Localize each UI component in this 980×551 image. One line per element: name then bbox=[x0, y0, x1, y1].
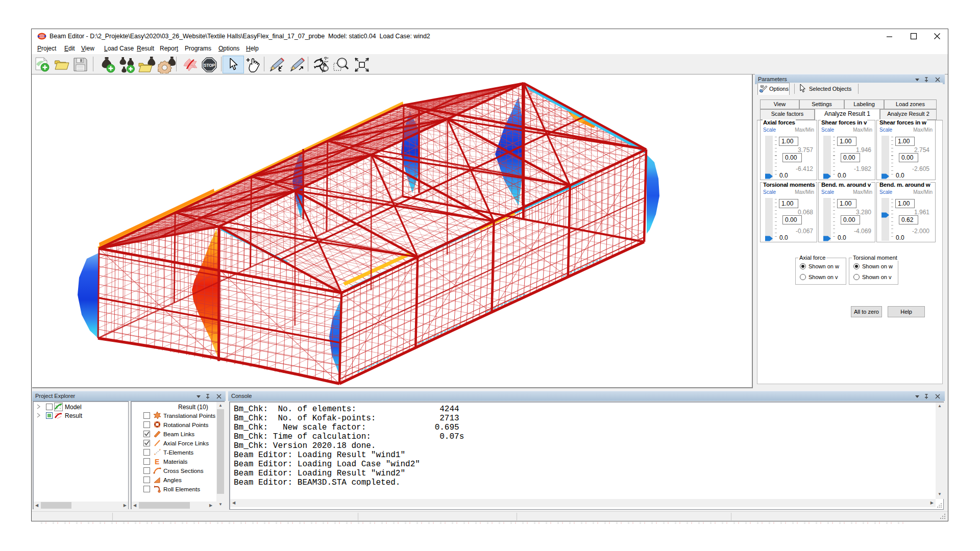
svg-text:STOP: STOP bbox=[204, 63, 215, 68]
svg-text:E: E bbox=[155, 458, 159, 466]
